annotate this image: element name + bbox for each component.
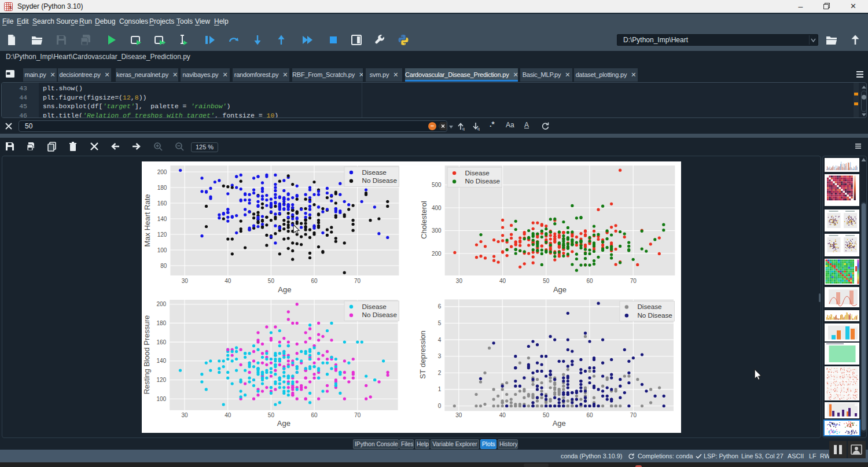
svg-text:200: 200: [156, 301, 166, 307]
svg-text:30: 30: [181, 278, 188, 284]
svg-text:30: 30: [455, 278, 462, 284]
svg-text:2: 2: [437, 370, 441, 376]
svg-text:50: 50: [543, 412, 550, 418]
svg-text:100: 100: [156, 396, 166, 402]
svg-text:70: 70: [630, 412, 637, 418]
svg-text:q: q: [462, 127, 465, 131]
svg-text:Disease: Disease: [637, 303, 661, 310]
svg-text:40: 40: [225, 278, 231, 284]
svg-text:50: 50: [267, 278, 274, 284]
svg-text:Age: Age: [277, 419, 290, 428]
svg-text:180: 180: [157, 185, 167, 191]
svg-text:Age: Age: [552, 419, 565, 428]
svg-text:No Disease: No Disease: [362, 311, 396, 318]
svg-text:60: 60: [311, 412, 318, 418]
svg-text:40: 40: [499, 412, 506, 418]
svg-text:Age: Age: [553, 285, 566, 294]
svg-text:Disease: Disease: [465, 169, 489, 176]
svg-text:5: 5: [437, 320, 441, 326]
svg-text:120: 120: [157, 231, 167, 238]
svg-text:ST depression: ST depression: [418, 330, 427, 379]
svg-text:200: 200: [432, 251, 442, 257]
svg-text:3: 3: [437, 353, 441, 359]
svg-text:160: 160: [157, 200, 167, 207]
svg-text:0: 0: [437, 403, 441, 409]
svg-text:40: 40: [499, 278, 506, 284]
svg-text:60: 60: [586, 278, 593, 284]
svg-text:No Disease: No Disease: [637, 311, 672, 319]
svg-text:1: 1: [437, 386, 441, 392]
svg-text:Max Heart Rate: Max Heart Rate: [143, 194, 152, 247]
svg-text:180: 180: [156, 320, 166, 326]
svg-text:6: 6: [437, 303, 441, 310]
svg-text:Age: Age: [278, 285, 291, 294]
svg-text:Disease: Disease: [362, 168, 386, 176]
svg-text:400: 400: [432, 205, 442, 211]
svg-text:120: 120: [156, 377, 166, 383]
svg-text:50: 50: [267, 412, 274, 418]
svg-text:70: 70: [354, 278, 361, 284]
svg-text:200: 200: [157, 169, 167, 175]
svg-text:50: 50: [543, 278, 550, 284]
svg-text:No Disease: No Disease: [465, 177, 499, 185]
svg-text:70: 70: [354, 412, 361, 418]
svg-text:140: 140: [157, 216, 167, 222]
svg-text:140: 140: [156, 358, 166, 364]
svg-text:30: 30: [181, 412, 188, 418]
svg-text:No Disease: No Disease: [362, 176, 396, 184]
svg-text:160: 160: [156, 339, 166, 345]
svg-text:Resting Blood Pressure: Resting Blood Pressure: [142, 315, 151, 395]
svg-text:100: 100: [157, 247, 167, 253]
svg-text:60: 60: [311, 278, 318, 284]
svg-text:4: 4: [437, 337, 441, 343]
svg-text:q: q: [477, 127, 480, 131]
svg-text:40: 40: [225, 412, 231, 418]
svg-text:300: 300: [432, 227, 442, 234]
svg-text:Disease: Disease: [362, 303, 386, 310]
svg-text:60: 60: [586, 412, 593, 418]
svg-text:500: 500: [432, 182, 442, 188]
svg-text:30: 30: [455, 412, 462, 418]
svg-text:Cholesterol: Cholesterol: [420, 201, 428, 239]
svg-text:70: 70: [630, 278, 637, 284]
svg-text:S: S: [9, 5, 12, 10]
svg-text:80: 80: [160, 263, 167, 269]
